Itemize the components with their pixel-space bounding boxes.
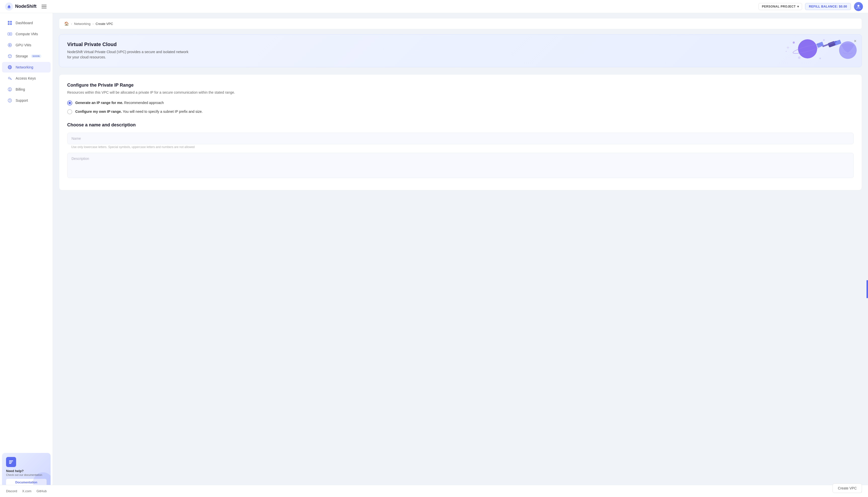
sidebar-item-compute-vms[interactable]: Compute VMs — [2, 29, 50, 39]
gpu-icon — [7, 42, 13, 48]
create-vpc-button[interactable]: Create VPC — [833, 483, 862, 493]
radio-manual-label: Configure my own IP range. You will need… — [75, 109, 203, 114]
hamburger-line-3 — [42, 8, 46, 8]
sidebar-label-support: Support — [16, 98, 28, 102]
svg-rect-34 — [9, 460, 13, 461]
help-icon — [6, 457, 16, 467]
storage-badge: SOON — [31, 54, 41, 58]
svg-point-25 — [8, 77, 10, 79]
hamburger-line-1 — [42, 5, 46, 5]
logo-icon — [5, 2, 13, 11]
logo[interactable]: NodeShift — [5, 2, 37, 11]
ip-range-title: Configure the Private IP Range — [67, 83, 854, 88]
main-layout: Dashboard Compute VMs — [0, 0, 868, 497]
home-icon: 🏠 — [64, 22, 69, 26]
svg-point-8 — [9, 33, 11, 35]
sidebar: Dashboard Compute VMs — [0, 13, 53, 497]
sidebar-label-access-keys: Access Keys — [16, 76, 36, 80]
svg-point-47 — [820, 58, 821, 59]
form-card: Configure the Private IP Range Resources… — [59, 74, 862, 190]
vpc-banner-description: NodeShift Virtual Private Cloud (VPC) pr… — [67, 49, 193, 60]
radio-option-manual[interactable]: Configure my own IP range. You will need… — [67, 109, 854, 114]
sidebar-label-compute-vms: Compute VMs — [16, 32, 38, 36]
compute-icon — [7, 31, 13, 37]
breadcrumb-sep-2: › — [92, 22, 93, 26]
name-section-title: Choose a name and description — [67, 122, 854, 128]
ip-range-radio-group: Generate an IP range for me. Recommended… — [67, 100, 854, 114]
footer-links: Discord X.com GitHub — [6, 489, 46, 493]
sidebar-item-support[interactable]: Support — [2, 95, 50, 106]
main-content: 🏠 › Networking › Create VPC Virtual Priv… — [53, 13, 868, 497]
sidebar-label-networking: Networking — [16, 65, 33, 69]
sidebar-nav: Dashboard Compute VMs — [0, 17, 53, 450]
hamburger-line-2 — [42, 6, 46, 7]
refill-balance-button[interactable]: REFILL BALANCE: $0.00 — [805, 3, 851, 10]
project-label: PERSONAL PROJECT — [762, 5, 796, 8]
svg-point-40 — [823, 39, 825, 41]
grid-icon — [7, 20, 13, 26]
svg-point-39 — [793, 42, 795, 44]
ip-range-section: Configure the Private IP Range Resources… — [67, 83, 854, 114]
radio-manual-main: Configure my own IP range. — [75, 110, 122, 114]
svg-point-2 — [857, 5, 859, 7]
svg-point-12 — [9, 44, 11, 46]
topnav-right: PERSONAL PROJECT REFILL BALANCE: $0.00 — [758, 2, 863, 11]
radio-manual-circle[interactable] — [67, 109, 72, 114]
breadcrumb-networking[interactable]: Networking — [74, 22, 90, 26]
sidebar-item-dashboard[interactable]: Dashboard — [2, 18, 50, 28]
footer-link-discord[interactable]: Discord — [6, 489, 17, 493]
svg-point-41 — [786, 51, 787, 52]
svg-rect-6 — [10, 23, 12, 25]
sidebar-item-networking[interactable]: Networking — [2, 62, 50, 72]
description-form-group — [67, 153, 854, 179]
radio-auto-main: Generate an IP range for me. — [75, 101, 123, 105]
name-input[interactable] — [67, 133, 854, 144]
sidebar-item-gpu-vms[interactable]: GPU VMs — [2, 40, 50, 51]
name-hint: Use only lowercase letters. Special symb… — [67, 144, 854, 150]
help-title: Need help? — [6, 469, 46, 473]
hamburger-button[interactable] — [41, 4, 47, 9]
breadcrumb-sep-1: › — [71, 22, 72, 26]
sidebar-item-storage[interactable]: Storage SOON — [2, 51, 50, 61]
radio-option-auto[interactable]: Generate an IP range for me. Recommended… — [67, 100, 854, 105]
svg-rect-3 — [8, 21, 10, 23]
logo-text: NodeShift — [15, 4, 37, 9]
svg-rect-45 — [834, 40, 841, 46]
support-icon — [7, 98, 13, 103]
breadcrumb: 🏠 › Networking › Create VPC — [59, 18, 862, 29]
page-footer: Discord X.com GitHub 2024 © NodeShift — [0, 485, 868, 497]
sidebar-label-storage: Storage — [16, 54, 28, 58]
help-box: Need help? Check out our documentation D… — [2, 453, 50, 490]
footer-link-xcom[interactable]: X.com — [22, 489, 31, 493]
vpc-banner-title: Virtual Private Cloud — [67, 42, 854, 47]
svg-point-37 — [798, 39, 817, 58]
project-selector[interactable]: PERSONAL PROJECT — [758, 3, 802, 10]
radio-auto-circle[interactable] — [67, 100, 72, 105]
footer-link-github[interactable]: GitHub — [37, 489, 46, 493]
feedback-tab[interactable]: Feedback — [867, 280, 868, 298]
avatar — [854, 2, 863, 11]
svg-point-46 — [798, 56, 800, 59]
radio-auto-sub: Recommended approach — [123, 101, 164, 105]
networking-icon — [7, 65, 13, 70]
sidebar-item-billing[interactable]: Billing — [2, 84, 50, 95]
description-textarea[interactable] — [67, 153, 854, 178]
storage-icon — [7, 53, 13, 59]
breadcrumb-current: Create VPC — [96, 22, 113, 26]
chevron-down-icon — [797, 5, 799, 8]
svg-line-18 — [10, 55, 11, 56]
svg-rect-35 — [9, 462, 12, 463]
sidebar-label-billing: Billing — [16, 87, 25, 91]
vpc-banner-art — [776, 34, 862, 67]
svg-point-33 — [10, 101, 10, 102]
svg-rect-5 — [8, 23, 10, 25]
topnav-left: NodeShift — [5, 2, 47, 11]
billing-icon — [7, 87, 13, 92]
ip-range-description: Resources within this VPC will be alloca… — [67, 90, 854, 95]
name-form-group: Use only lowercase letters. Special symb… — [67, 133, 854, 150]
user-avatar-button[interactable] — [854, 2, 863, 11]
sidebar-item-access-keys[interactable]: Access Keys — [2, 73, 50, 84]
radio-auto-label: Generate an IP range for me. Recommended… — [75, 100, 164, 105]
sidebar-label-dashboard: Dashboard — [16, 21, 33, 25]
svg-rect-36 — [9, 463, 11, 464]
